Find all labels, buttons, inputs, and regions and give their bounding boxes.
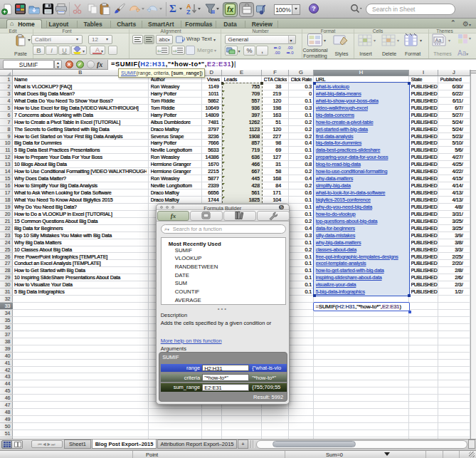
svg-text:Z: Z: [186, 9, 191, 15]
svg-text:Aa: Aa: [435, 38, 442, 43]
